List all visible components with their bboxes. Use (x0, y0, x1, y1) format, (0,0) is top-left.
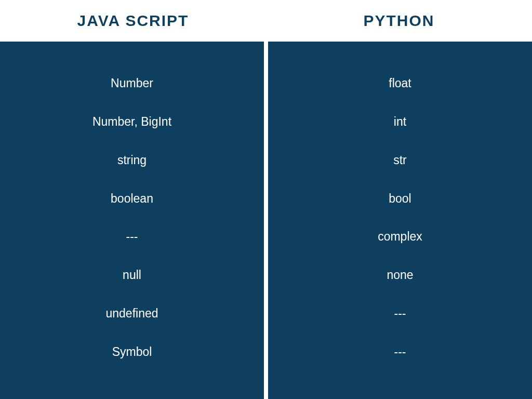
header-cell-javascript: JAVA SCRIPT (0, 0, 266, 42)
header-row: JAVA SCRIPT PYTHON (0, 0, 532, 42)
table-cell: null (123, 268, 141, 282)
table-cell: Number, BigInt (92, 115, 171, 129)
table-cell: Symbol (112, 345, 152, 359)
column-python: float int str bool complex none --- --- (266, 42, 532, 399)
comparison-body: Number Number, BigInt string boolean ---… (0, 42, 532, 399)
table-cell: undefined (105, 307, 158, 321)
header-python: PYTHON (363, 12, 434, 30)
table-cell: bool (389, 192, 411, 206)
table-cell: boolean (111, 192, 153, 206)
table-cell: --- (126, 230, 138, 244)
table-cell: str (393, 153, 407, 167)
table-cell: Number (111, 76, 153, 90)
table-cell: --- (394, 307, 406, 321)
table-cell: none (387, 268, 413, 282)
header-javascript: JAVA SCRIPT (77, 12, 189, 30)
table-cell: float (389, 76, 411, 90)
table-cell: complex (378, 230, 422, 244)
table-cell: string (117, 153, 147, 167)
table-cell: int (394, 115, 406, 129)
table-cell: --- (394, 345, 406, 359)
header-cell-python: PYTHON (266, 0, 532, 42)
column-javascript: Number Number, BigInt string boolean ---… (0, 42, 266, 399)
